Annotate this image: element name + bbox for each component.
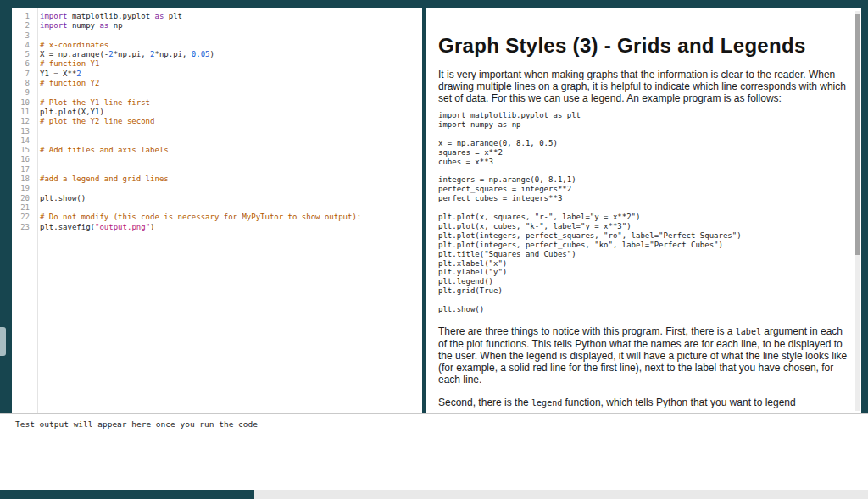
code-line-text: plt.plot(X,Y1) [34, 108, 104, 117]
code-line[interactable]: 19 [12, 184, 422, 193]
code-line-text: import numpy as np [34, 21, 123, 30]
code-line[interactable]: 4# x-coordinates [12, 41, 422, 50]
code-line-text [34, 136, 40, 146]
line-number: 6 [12, 59, 34, 69]
line-number: 20 [12, 194, 34, 203]
intro-paragraph: It is very important when making graphs … [438, 69, 848, 104]
line-number: 8 [12, 79, 34, 88]
code-line-text: # Plot the Y1 line first [34, 98, 150, 108]
panel-collapse-handle[interactable] [0, 327, 6, 356]
code-line[interactable]: 11plt.plot(X,Y1) [12, 108, 422, 117]
instructions-panel: Graph Styles (3) - Grids and Legends It … [426, 8, 861, 413]
code-line[interactable]: 9 [12, 88, 422, 97]
code-line[interactable]: 21 [12, 203, 422, 213]
code-line[interactable]: 8# function Y2 [12, 79, 422, 88]
code-line[interactable]: 23plt.savefig("output.png") [12, 223, 422, 232]
line-number: 3 [12, 31, 34, 41]
line-number: 7 [12, 69, 34, 79]
code-line[interactable]: 17 [12, 165, 422, 175]
code-line[interactable]: 16 [12, 155, 422, 164]
code-line[interactable]: 10# Plot the Y1 line first [12, 98, 422, 108]
code-line[interactable]: 18#add a legend and grid lines [12, 175, 422, 184]
line-number: 15 [12, 146, 34, 155]
code-line-text: Y1 = X**2 [34, 69, 81, 79]
line-number: 23 [12, 223, 34, 232]
line-number: 17 [12, 165, 34, 175]
bottom-strip [254, 490, 868, 499]
code-editor-panel: 1import matplotlib.pyplot as plt2import … [12, 8, 422, 413]
line-number: 12 [12, 117, 34, 126]
test-output-panel: Test output will appear here once you ru… [0, 413, 868, 490]
line-number: 18 [12, 175, 34, 184]
line-number: 10 [12, 98, 34, 108]
code-line[interactable]: 5X = np.arange(-2*np.pi, 2*np.pi, 0.05) [12, 50, 422, 59]
line-number: 16 [12, 155, 34, 164]
code-line-text [34, 155, 40, 164]
app-window: 1import matplotlib.pyplot as plt2import … [0, 0, 868, 499]
code-line-text: # Add titles and axis labels [34, 146, 169, 155]
label-paragraph: There are three things to notice with th… [438, 325, 848, 385]
code-line[interactable]: 12# plot the Y2 line second [12, 117, 422, 126]
line-number: 21 [12, 203, 34, 213]
code-line-text: plt.show() [34, 194, 86, 203]
line-number: 4 [12, 41, 34, 50]
code-line[interactable]: 14 [12, 136, 422, 146]
code-line[interactable]: 7Y1 = X**2 [12, 69, 422, 79]
line-number: 9 [12, 88, 34, 97]
doc-scrollbar-track[interactable] [855, 11, 860, 411]
doc-scrollbar-thumb[interactable] [855, 14, 860, 255]
code-line[interactable]: 15# Add titles and axis labels [12, 146, 422, 155]
line-number: 22 [12, 213, 34, 222]
code-line[interactable]: 13 [12, 127, 422, 136]
code-line-text [34, 127, 40, 136]
code-line-text: # Do not modify (this code is necessary … [34, 213, 361, 222]
code-line-text: # function Y2 [34, 79, 99, 88]
lesson-title: Graph Styles (3) - Grids and Legends [438, 34, 848, 58]
legend-paragraph: Second, there is the legend function, wh… [438, 396, 848, 409]
line-number: 13 [12, 127, 34, 136]
code-line-text [34, 203, 40, 213]
code-line-text [34, 165, 40, 175]
code-line[interactable]: 1import matplotlib.pyplot as plt [12, 12, 422, 21]
code-editor[interactable]: 1import matplotlib.pyplot as plt2import … [12, 8, 422, 413]
line-number: 14 [12, 136, 34, 146]
code-line[interactable]: 22# Do not modify (this code is necessar… [12, 213, 422, 222]
code-line-text [34, 88, 40, 97]
code-line-text [34, 31, 40, 41]
code-line-text: plt.savefig("output.png") [34, 223, 154, 232]
line-number: 19 [12, 184, 34, 193]
code-line[interactable]: 20plt.show() [12, 194, 422, 203]
code-line-text: #add a legend and grid lines [34, 175, 169, 184]
code-line-text: # x-coordinates [34, 41, 108, 50]
output-placeholder-text: Test output will appear here once you ru… [0, 414, 868, 429]
code-line-text: # plot the Y2 line second [34, 117, 154, 126]
line-number: 11 [12, 108, 34, 117]
code-line[interactable]: 6# function Y1 [12, 59, 422, 69]
code-line-text: # function Y1 [34, 59, 99, 69]
line-number: 2 [12, 21, 34, 30]
code-line[interactable]: 3 [12, 31, 422, 41]
line-number: 1 [12, 12, 34, 21]
code-line-text [34, 184, 40, 193]
line-number: 5 [12, 50, 34, 59]
code-line[interactable]: 2import numpy as np [12, 21, 422, 30]
code-line-text: X = np.arange(-2*np.pi, 2*np.pi, 0.05) [34, 50, 214, 59]
example-code-block: import matplotlib.pyplot as plt import n… [438, 111, 848, 314]
code-line-text: import matplotlib.pyplot as plt [34, 12, 182, 21]
